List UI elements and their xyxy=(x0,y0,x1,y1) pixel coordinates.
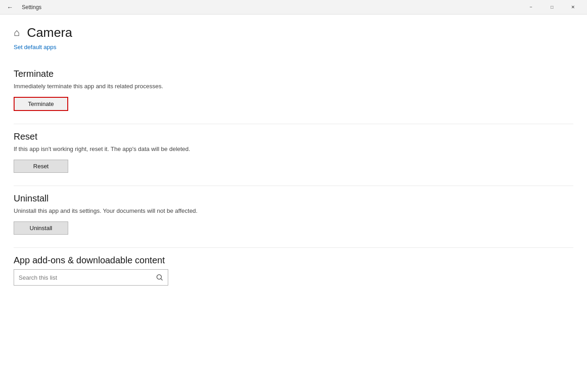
home-icon: ⌂ xyxy=(14,27,20,39)
svg-line-1 xyxy=(161,279,162,280)
uninstall-section: Uninstall Uninstall this app and its set… xyxy=(0,186,587,247)
addons-section: App add-ons & downloadable content xyxy=(0,248,587,298)
titlebar-title: Settings xyxy=(22,4,41,10)
terminate-section: Terminate Immediately terminate this app… xyxy=(0,61,587,124)
titlebar-controls: − □ ✕ xyxy=(521,0,583,15)
addons-title: App add-ons & downloadable content xyxy=(14,255,573,266)
reset-title: Reset xyxy=(14,131,573,142)
page-title: Camera xyxy=(27,25,72,40)
reset-button[interactable]: Reset xyxy=(14,160,68,173)
search-icon xyxy=(151,269,168,286)
terminate-title: Terminate xyxy=(14,69,573,79)
breadcrumb-link[interactable]: Set default apps xyxy=(0,44,587,50)
titlebar: ← Settings − □ ✕ xyxy=(0,0,587,15)
maximize-button[interactable]: □ xyxy=(542,0,562,15)
terminate-description: Immediately terminate this app and its r… xyxy=(14,83,573,90)
reset-description: If this app isn't working right, reset i… xyxy=(14,146,573,152)
back-button[interactable]: ← xyxy=(4,1,16,14)
uninstall-button[interactable]: Uninstall xyxy=(14,221,68,235)
reset-section: Reset If this app isn't working right, r… xyxy=(0,124,587,186)
close-button[interactable]: ✕ xyxy=(562,0,583,15)
uninstall-title: Uninstall xyxy=(14,193,573,204)
page-header: ⌂ Camera xyxy=(0,15,587,44)
main-content: ⌂ Camera Set default apps Terminate Imme… xyxy=(0,15,587,392)
minimize-button[interactable]: − xyxy=(521,0,542,15)
titlebar-left: ← Settings xyxy=(4,1,41,14)
search-input[interactable] xyxy=(14,274,151,281)
uninstall-description: Uninstall this app and its settings. You… xyxy=(14,207,573,214)
search-container xyxy=(14,269,168,286)
terminate-button[interactable]: Terminate xyxy=(14,97,68,111)
